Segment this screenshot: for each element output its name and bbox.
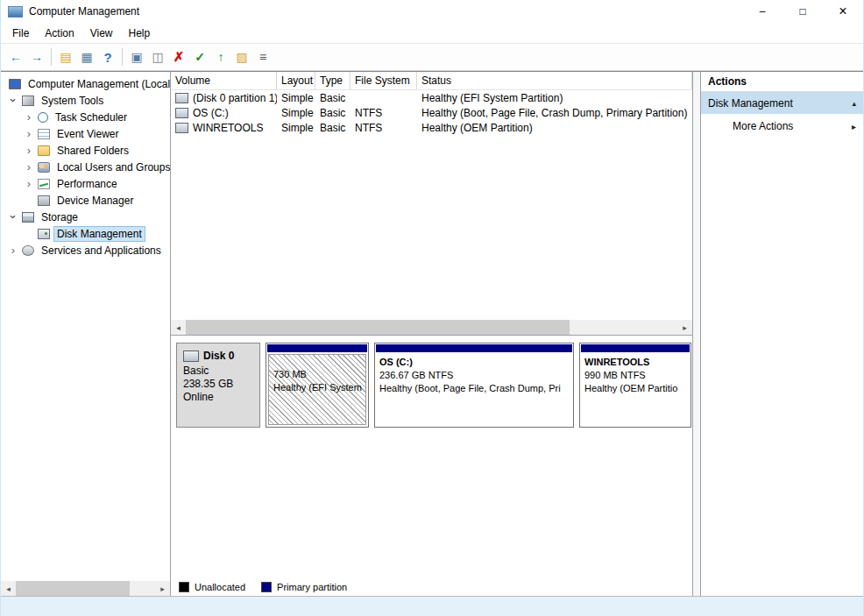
scroll-right-icon[interactable] bbox=[677, 320, 692, 335]
volume-name: (Disk 0 partition 1) bbox=[193, 92, 277, 104]
tree-item-disk-management[interactable]: Disk Management bbox=[1, 225, 170, 242]
tree-item-storage[interactable]: Storage bbox=[1, 209, 170, 225]
menu-help[interactable]: Help bbox=[121, 25, 159, 41]
users-icon bbox=[38, 162, 50, 173]
maximize-button[interactable]: □ bbox=[783, 0, 823, 23]
main-area: Computer Management (Local) System Tools… bbox=[1, 71, 863, 597]
volume-layout: Simple bbox=[277, 107, 315, 119]
disk-management-view: Volume Layout Type File System Status (D… bbox=[171, 72, 693, 596]
graphical-disk-view: Disk 0 Basic 238.35 GB Online 730 MB Hea… bbox=[171, 335, 692, 596]
tree-item-device-manager[interactable]: Device Manager bbox=[1, 192, 170, 209]
legend-primary-partition: Primary partition bbox=[261, 582, 347, 592]
actions-panel-label: Disk Management bbox=[708, 97, 793, 110]
collapse-chevron-icon[interactable] bbox=[852, 99, 856, 108]
scroll-right-icon[interactable] bbox=[155, 581, 170, 596]
forward-icon[interactable]: → bbox=[27, 47, 46, 67]
expand-chevron-icon[interactable] bbox=[22, 177, 36, 190]
disk-icon bbox=[183, 350, 199, 362]
tree-item-services-applications[interactable]: Services and Applications bbox=[1, 242, 170, 258]
partition-efi-system[interactable]: 730 MB Healthy (EFI System bbox=[266, 343, 369, 428]
table-row[interactable]: OS (C:) Simple Basic NTFS Healthy (Boot,… bbox=[171, 105, 692, 120]
window-title: Computer Management bbox=[29, 5, 139, 18]
column-header-type[interactable]: Type bbox=[315, 72, 351, 89]
primary-partition-color-swatch bbox=[261, 582, 272, 592]
help-icon[interactable]: ? bbox=[98, 47, 117, 67]
volume-file-system: NTFS bbox=[351, 107, 417, 119]
expand-chevron-icon[interactable] bbox=[6, 94, 20, 107]
check-disk-icon[interactable]: ✓ bbox=[190, 47, 209, 67]
expand-chevron-icon[interactable] bbox=[6, 244, 20, 257]
tree-item-label: Local Users and Groups bbox=[54, 160, 171, 174]
actions-panel-disk-management[interactable]: Disk Management bbox=[701, 92, 863, 114]
tree-item-task-scheduler[interactable]: Task Scheduler bbox=[1, 109, 170, 125]
tree-item-label: Computer Management (Local) bbox=[25, 77, 171, 91]
tree-horizontal-scrollbar[interactable] bbox=[1, 581, 170, 596]
export-list-icon[interactable]: ▤ bbox=[56, 47, 75, 67]
partition-details: 730 MB Healthy (EFI System bbox=[268, 354, 366, 425]
scrollbar-track[interactable] bbox=[186, 320, 677, 335]
toolbar: ← → ▤ ▦ ? ▣ ◫ ✗ ✓ ↑ ▨ ≡ bbox=[1, 43, 863, 71]
expand-chevron-icon[interactable] bbox=[22, 160, 36, 173]
close-button[interactable]: × bbox=[823, 0, 863, 23]
tools-icon bbox=[22, 96, 34, 106]
disk-status: Online bbox=[183, 391, 256, 404]
device-manager-icon bbox=[38, 195, 50, 206]
partition-status: Healthy (EFI System bbox=[273, 381, 361, 394]
menu-action[interactable]: Action bbox=[37, 25, 81, 41]
scroll-left-icon[interactable] bbox=[171, 320, 186, 335]
event-viewer-icon bbox=[38, 129, 50, 139]
column-header-volume[interactable]: Volume bbox=[171, 72, 277, 89]
properties-icon[interactable]: ≡ bbox=[253, 47, 273, 67]
column-header-status[interactable]: Status bbox=[417, 72, 692, 89]
computer-icon bbox=[9, 79, 21, 89]
menu-file[interactable]: File bbox=[4, 25, 37, 41]
scroll-left-icon[interactable] bbox=[1, 581, 16, 596]
partition-size: 730 MB bbox=[273, 368, 361, 381]
volume-icon bbox=[175, 123, 188, 133]
expand-chevron-icon[interactable] bbox=[6, 210, 20, 223]
volume-list-horizontal-scrollbar[interactable] bbox=[171, 320, 692, 335]
show-console-tree-icon[interactable]: ▦ bbox=[77, 47, 96, 67]
tree-item-local-users-groups[interactable]: Local Users and Groups bbox=[1, 159, 170, 175]
minimize-button[interactable]: – bbox=[742, 0, 783, 23]
volume-file-system: NTFS bbox=[351, 122, 417, 134]
partition-name: OS (C:) bbox=[379, 356, 569, 369]
titlebar[interactable]: Computer Management – □ × bbox=[1, 0, 863, 23]
window-bottom-edge bbox=[1, 597, 863, 616]
comment-icon[interactable]: ◫ bbox=[148, 47, 167, 67]
scrollbar-thumb[interactable] bbox=[16, 581, 130, 596]
tree-item-system-tools[interactable]: System Tools bbox=[1, 92, 170, 109]
tree-item-event-viewer[interactable]: Event Viewer bbox=[1, 125, 170, 142]
column-header-file-system[interactable]: File System bbox=[351, 72, 417, 89]
partition-status: Healthy (Boot, Page File, Crash Dump, Pr… bbox=[379, 382, 569, 395]
table-row[interactable]: WINRETOOLS Simple Basic NTFS Healthy (OE… bbox=[171, 120, 692, 135]
app-icon bbox=[8, 6, 23, 18]
back-icon[interactable]: ← bbox=[6, 47, 25, 67]
pane-splitter[interactable] bbox=[693, 72, 700, 596]
actions-pane: Actions Disk Management More Actions bbox=[700, 72, 863, 596]
column-header-layout[interactable]: Layout bbox=[277, 72, 315, 89]
tree-item-performance[interactable]: Performance bbox=[1, 175, 170, 192]
delete-volume-icon[interactable]: ✗ bbox=[169, 47, 188, 67]
open-folder-icon[interactable]: ▨ bbox=[232, 47, 251, 67]
partition-color-band bbox=[581, 344, 690, 352]
partition-name: WINRETOOLS bbox=[584, 356, 686, 369]
more-actions-item[interactable]: More Actions bbox=[701, 116, 863, 137]
up-one-level-icon[interactable]: ↑ bbox=[211, 47, 230, 67]
unallocated-color-swatch bbox=[179, 582, 189, 592]
expand-chevron-icon[interactable] bbox=[22, 110, 36, 124]
scrollbar-thumb[interactable] bbox=[186, 320, 570, 335]
disk-0-info[interactable]: Disk 0 Basic 238.35 GB Online bbox=[176, 343, 260, 428]
performance-icon bbox=[38, 179, 50, 189]
scrollbar-track[interactable] bbox=[16, 581, 155, 596]
tree-item-computer-management[interactable]: Computer Management (Local) bbox=[1, 75, 170, 92]
expand-chevron-icon[interactable] bbox=[22, 144, 36, 157]
expand-chevron-icon[interactable] bbox=[22, 127, 36, 140]
partition-os-c[interactable]: OS (C:) 236.67 GB NTFS Healthy (Boot, Pa… bbox=[374, 343, 574, 428]
table-row[interactable]: (Disk 0 partition 1) Simple Basic Health… bbox=[171, 90, 692, 105]
window-icon[interactable]: ▣ bbox=[127, 47, 146, 67]
partition-winretools[interactable]: WINRETOOLS 990 MB NTFS Healthy (OEM Part… bbox=[579, 343, 691, 428]
tree-item-shared-folders[interactable]: Shared Folders bbox=[1, 142, 170, 159]
window-controls: – □ × bbox=[742, 0, 863, 23]
menu-view[interactable]: View bbox=[82, 25, 121, 41]
